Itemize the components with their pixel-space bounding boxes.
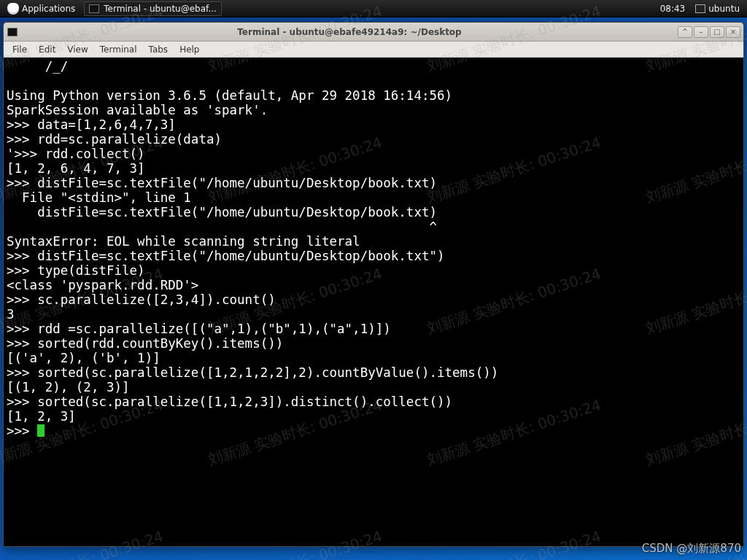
applications-menu[interactable]: Applications bbox=[3, 0, 80, 17]
window-rollup-button[interactable]: ^ bbox=[678, 26, 692, 38]
panel-clock[interactable]: 08:43 bbox=[654, 4, 692, 14]
top-panel: Applications Terminal - ubuntu@ebaf... 0… bbox=[0, 0, 747, 18]
menu-help[interactable]: Help bbox=[174, 43, 205, 56]
window-title: Terminal - ubuntu@ebafe49214a9: ~/Deskto… bbox=[21, 27, 678, 37]
window-titlebar[interactable]: Terminal - ubuntu@ebafe49214a9: ~/Deskto… bbox=[4, 23, 743, 42]
terminal-icon bbox=[7, 28, 18, 36]
user-tray[interactable]: ubuntu bbox=[691, 0, 744, 17]
xfce-logo-icon bbox=[7, 3, 19, 15]
menu-file[interactable]: File bbox=[7, 43, 33, 56]
window-menubar: File Edit View Terminal Tabs Help bbox=[4, 42, 743, 58]
window-close-button[interactable]: × bbox=[726, 26, 740, 38]
user-tray-label: ubuntu bbox=[708, 4, 740, 14]
applications-label: Applications bbox=[22, 4, 75, 14]
display-icon bbox=[695, 4, 705, 13]
taskbar-terminal-button[interactable]: Terminal - ubuntu@ebaf... bbox=[84, 1, 222, 16]
window-maximize-button[interactable]: □ bbox=[710, 26, 724, 38]
terminal-cursor bbox=[37, 424, 44, 437]
window-minimize-button[interactable]: – bbox=[694, 26, 708, 38]
terminal-icon bbox=[89, 4, 99, 13]
menu-view[interactable]: View bbox=[61, 43, 93, 56]
menu-tabs[interactable]: Tabs bbox=[143, 43, 174, 56]
csdn-watermark: CSDN @刘新源870 bbox=[642, 542, 741, 556]
terminal-body[interactable]: /_/ Using Python version 3.6.5 (default,… bbox=[4, 58, 743, 546]
menu-edit[interactable]: Edit bbox=[33, 43, 61, 56]
menu-terminal[interactable]: Terminal bbox=[94, 43, 143, 56]
taskbar-terminal-label: Terminal - ubuntu@ebaf... bbox=[104, 4, 217, 14]
terminal-window: Terminal - ubuntu@ebafe49214a9: ~/Deskto… bbox=[3, 22, 744, 547]
